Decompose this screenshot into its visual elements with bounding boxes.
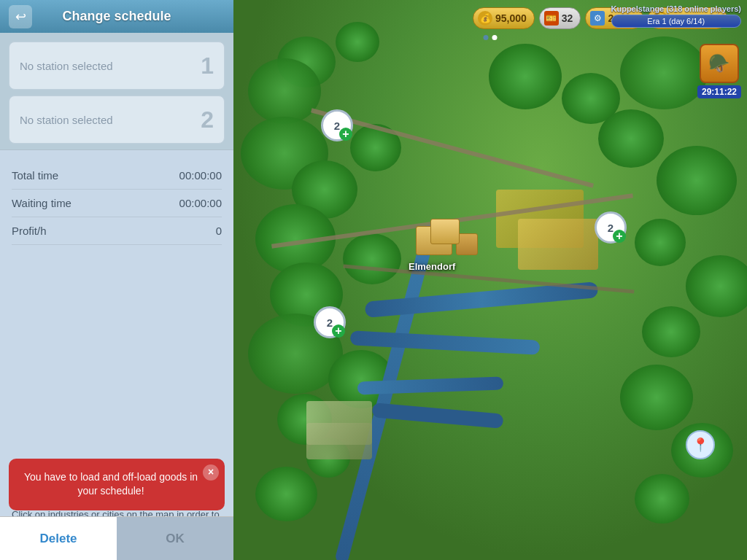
ticket-value: 32 bbox=[562, 12, 573, 24]
location-pin[interactable]: 📍 bbox=[686, 430, 715, 459]
ticket-resource: 🎫 32 bbox=[539, 7, 581, 29]
era-bar: Era 1 (day 6/14) bbox=[611, 15, 742, 28]
timer-value: 29:11:22 bbox=[697, 85, 741, 98]
schedule-panel: ↩ Change schedule No station selected 1 … bbox=[0, 0, 233, 560]
tree-cluster bbox=[642, 306, 700, 357]
ticket-icon: 🎫 bbox=[544, 11, 559, 26]
gems-icon: ⚙ bbox=[590, 11, 605, 26]
tree-cluster bbox=[255, 467, 317, 521]
delete-button[interactable]: Delete bbox=[0, 516, 117, 560]
station-1-text: No station selected bbox=[20, 60, 113, 72]
tree-cluster bbox=[635, 474, 689, 524]
panel-header: ↩ Change schedule bbox=[0, 0, 233, 33]
station-2-text: No station selected bbox=[20, 114, 113, 126]
panel-title: Change schedule bbox=[62, 9, 171, 24]
hud-dots bbox=[484, 35, 498, 40]
map-station-marker-2[interactable]: 2 + bbox=[314, 306, 346, 338]
map-area[interactable]: Elmendorf 2 + 2 + 2 + 📍 🪖 29:11:22 💰 95,… bbox=[233, 0, 747, 560]
total-time-label: Total time bbox=[12, 169, 58, 182]
profit-label: Profit/h bbox=[12, 225, 47, 237]
tree-cluster bbox=[336, 22, 379, 62]
error-close-button[interactable]: × bbox=[203, 464, 219, 481]
station-slot-2[interactable]: No station selected 2 bbox=[9, 96, 225, 144]
station-slot-1[interactable]: No station selected 1 bbox=[9, 42, 225, 90]
cash-resource: 💰 95,000 bbox=[473, 7, 535, 29]
tree-cluster bbox=[657, 146, 737, 215]
waiting-time-label: Waiting time bbox=[12, 197, 71, 209]
back-icon: ↩ bbox=[15, 9, 26, 25]
tree-cluster bbox=[489, 44, 562, 109]
tree-cluster bbox=[343, 233, 401, 284]
tree-cluster bbox=[620, 365, 693, 430]
waiting-time-value: 00:00:00 bbox=[179, 197, 222, 209]
tree-cluster bbox=[248, 58, 321, 124]
tree-cluster bbox=[598, 109, 664, 168]
station-1-number: 1 bbox=[201, 54, 214, 77]
waiting-time-row: Waiting time 00:00:00 bbox=[12, 190, 222, 217]
station-2-number: 2 bbox=[201, 108, 214, 131]
server-info: Kuppelstange (318 online players) Era 1 … bbox=[611, 4, 742, 28]
tree-cluster bbox=[620, 36, 708, 109]
total-time-row: Total time 00:00:00 bbox=[12, 162, 222, 190]
tree-cluster bbox=[686, 255, 747, 317]
total-time-value: 00:00:00 bbox=[179, 169, 222, 182]
error-toast: × You have to load and off-load goods in… bbox=[9, 459, 225, 510]
profit-row: Profit/h 0 bbox=[12, 217, 222, 245]
construction-timer[interactable]: 🪖 29:11:22 bbox=[697, 44, 741, 98]
profit-value: 0 bbox=[216, 225, 222, 237]
error-message: You have to load and off-load goods in y… bbox=[24, 471, 198, 497]
bottom-buttons: Delete OK bbox=[0, 516, 233, 560]
crop-field bbox=[518, 219, 598, 270]
top-hud: 💰 95,000 🎫 32 ⚙ 2,694 🪙 10,010 🛒 Kuppels… bbox=[467, 0, 747, 36]
city-label-elmendorf: Elmendorf bbox=[409, 261, 455, 272]
cash-icon: 💰 bbox=[478, 11, 492, 26]
stats-area: Total time 00:00:00 Waiting time 00:00:0… bbox=[0, 149, 233, 497]
cash-value: 95,000 bbox=[495, 12, 527, 24]
map-station-marker-3[interactable]: 2 + bbox=[595, 211, 627, 244]
crop-field bbox=[306, 423, 372, 459]
map-station-marker-1[interactable]: 2 + bbox=[321, 109, 353, 141]
stations-area: No station selected 1 No station selecte… bbox=[0, 33, 233, 149]
tree-cluster bbox=[635, 219, 686, 266]
dot-2 bbox=[492, 35, 498, 40]
server-name: Kuppelstange (318 online players) bbox=[611, 4, 742, 13]
ok-button[interactable]: OK bbox=[117, 516, 233, 560]
dot-1 bbox=[484, 35, 489, 40]
back-button[interactable]: ↩ bbox=[9, 5, 32, 28]
